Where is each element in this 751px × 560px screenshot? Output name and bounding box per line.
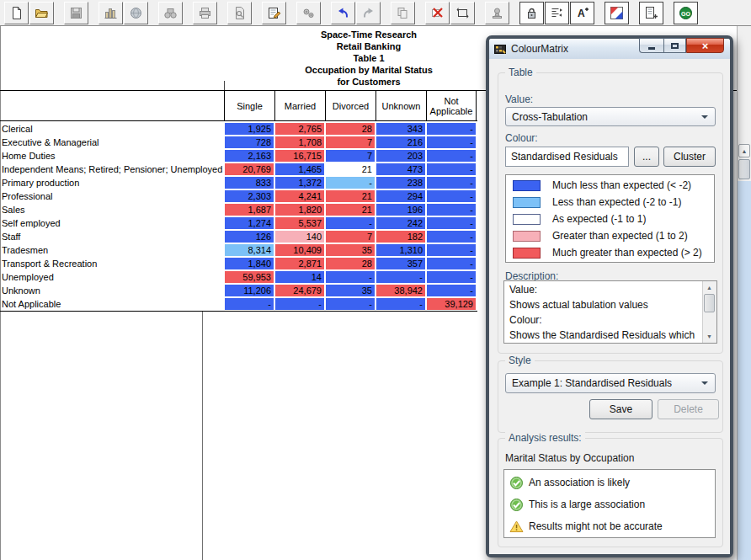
- data-cell[interactable]: 238: [376, 176, 426, 189]
- data-cell[interactable]: -: [376, 270, 426, 284]
- data-cell[interactable]: -: [426, 257, 477, 270]
- data-cell[interactable]: 126: [224, 230, 274, 243]
- data-cell[interactable]: 21: [325, 163, 376, 176]
- row-label[interactable]: Unemployed: [2, 270, 54, 284]
- data-cell[interactable]: -: [325, 176, 376, 189]
- data-cell[interactable]: 35: [325, 284, 376, 297]
- data-cell[interactable]: 7: [325, 136, 376, 149]
- data-cell[interactable]: 833: [224, 176, 274, 189]
- data-cell[interactable]: -: [376, 297, 426, 311]
- data-cell[interactable]: 28: [325, 122, 376, 136]
- data-cell[interactable]: 182: [376, 230, 426, 243]
- column-header-single[interactable]: Single: [224, 91, 274, 120]
- data-cell[interactable]: 1,687: [224, 203, 274, 216]
- data-cell[interactable]: 28: [325, 257, 376, 270]
- row-label[interactable]: Professional: [2, 189, 53, 203]
- cluster-button[interactable]: Cluster: [663, 147, 716, 167]
- data-cell[interactable]: 140: [274, 230, 325, 243]
- data-cell[interactable]: 16,715: [274, 149, 325, 163]
- data-cell[interactable]: 39,129: [426, 297, 477, 311]
- data-cell[interactable]: 1,820: [274, 203, 325, 216]
- data-cell[interactable]: 1,310: [376, 243, 426, 257]
- data-cell[interactable]: -: [426, 203, 477, 216]
- data-cell[interactable]: 1,840: [224, 257, 274, 270]
- data-cell[interactable]: 7: [325, 230, 376, 243]
- data-cell[interactable]: 24,679: [274, 284, 325, 297]
- row-label[interactable]: Staff: [2, 230, 20, 243]
- data-cell[interactable]: -: [426, 176, 477, 189]
- data-cell[interactable]: 294: [376, 189, 426, 203]
- delete-button[interactable]: [425, 2, 450, 24]
- data-cell[interactable]: 1,465: [274, 163, 325, 176]
- row-label[interactable]: Home Duties: [2, 149, 56, 163]
- scrollbar-thumb[interactable]: [704, 294, 715, 312]
- data-cell[interactable]: -: [426, 270, 477, 284]
- data-cell[interactable]: 4,241: [274, 189, 325, 203]
- data-cell[interactable]: 216: [376, 136, 426, 149]
- row-label[interactable]: Primary production: [2, 176, 79, 189]
- data-cell[interactable]: 35: [325, 243, 376, 257]
- data-cell[interactable]: -: [325, 297, 376, 311]
- colour-input[interactable]: Standardised Residuals: [505, 147, 629, 167]
- go-button[interactable]: GO: [674, 2, 698, 24]
- data-cell[interactable]: 21: [325, 189, 376, 203]
- close-button[interactable]: ×: [686, 38, 724, 53]
- new-button[interactable]: [4, 2, 29, 24]
- row-label[interactable]: Sales: [2, 203, 25, 216]
- data-cell[interactable]: 2,163: [224, 149, 274, 163]
- column-header-married[interactable]: Married: [274, 91, 325, 120]
- data-cell[interactable]: 2,303: [224, 189, 274, 203]
- data-cell[interactable]: -: [426, 163, 477, 176]
- data-cell[interactable]: 59,953: [224, 270, 274, 284]
- data-cell[interactable]: -: [426, 189, 477, 203]
- data-cell[interactable]: -: [426, 216, 477, 230]
- data-cell[interactable]: 20,769: [224, 163, 274, 176]
- data-cell[interactable]: 1,274: [224, 216, 274, 230]
- column-header-not-applicable[interactable]: Not Applicable: [426, 91, 477, 120]
- open-button[interactable]: [29, 2, 54, 24]
- row-label[interactable]: Tradesmen: [2, 243, 48, 257]
- data-cell[interactable]: 7: [325, 149, 376, 163]
- scrollbar-thumb[interactable]: [738, 159, 750, 179]
- lock-button[interactable]: [519, 2, 544, 24]
- new-view-button[interactable]: [639, 2, 663, 24]
- data-cell[interactable]: 10,409: [274, 243, 325, 257]
- font-size-button[interactable]: A: [570, 2, 594, 24]
- minimize-button[interactable]: [639, 38, 663, 53]
- data-cell[interactable]: 11,206: [224, 284, 274, 297]
- field-order-button[interactable]: [545, 2, 569, 24]
- row-label[interactable]: Not Applicable: [2, 297, 61, 311]
- column-header-unknown[interactable]: Unknown: [376, 91, 426, 120]
- data-cell[interactable]: -: [325, 216, 376, 230]
- colourmatrix-button[interactable]: [605, 2, 629, 24]
- data-cell[interactable]: 2,765: [274, 122, 325, 136]
- row-label[interactable]: Executive & Managerial: [2, 136, 99, 149]
- data-cell[interactable]: 196: [376, 203, 426, 216]
- data-cell[interactable]: 343: [376, 122, 426, 136]
- data-cell[interactable]: 38,942: [376, 284, 426, 297]
- row-label[interactable]: Unknown: [2, 284, 40, 297]
- data-cell[interactable]: -: [426, 243, 477, 257]
- data-cell[interactable]: 203: [376, 149, 426, 163]
- dialog-titlebar[interactable]: ColourMatrix ×: [489, 39, 730, 59]
- row-label[interactable]: Independent Means; Retired; Pensioner; U…: [2, 163, 222, 176]
- data-cell[interactable]: -: [325, 270, 376, 284]
- data-cell[interactable]: -: [426, 136, 477, 149]
- scroll-down-icon[interactable]: ▼: [703, 330, 716, 343]
- data-cell[interactable]: 473: [376, 163, 426, 176]
- data-cell[interactable]: 357: [376, 257, 426, 270]
- data-cell[interactable]: 1,708: [274, 136, 325, 149]
- browse-button[interactable]: ...: [634, 147, 659, 167]
- scroll-up-icon[interactable]: ▲: [738, 144, 750, 157]
- row-label[interactable]: Transport & Recreation: [2, 257, 97, 270]
- rotate-table-button[interactable]: [450, 2, 475, 24]
- data-cell[interactable]: 21: [325, 203, 376, 216]
- save-button[interactable]: Save: [589, 399, 652, 419]
- data-cell[interactable]: -: [224, 297, 274, 311]
- column-header-divorced[interactable]: Divorced: [325, 91, 376, 120]
- style-dropdown[interactable]: Example 1: Standardised Residuals: [505, 373, 716, 393]
- row-label[interactable]: Self employed: [2, 216, 61, 230]
- value-dropdown[interactable]: Cross-Tabulation: [505, 107, 716, 126]
- scroll-up-icon[interactable]: ▲: [703, 281, 716, 294]
- maximize-button[interactable]: [663, 38, 686, 53]
